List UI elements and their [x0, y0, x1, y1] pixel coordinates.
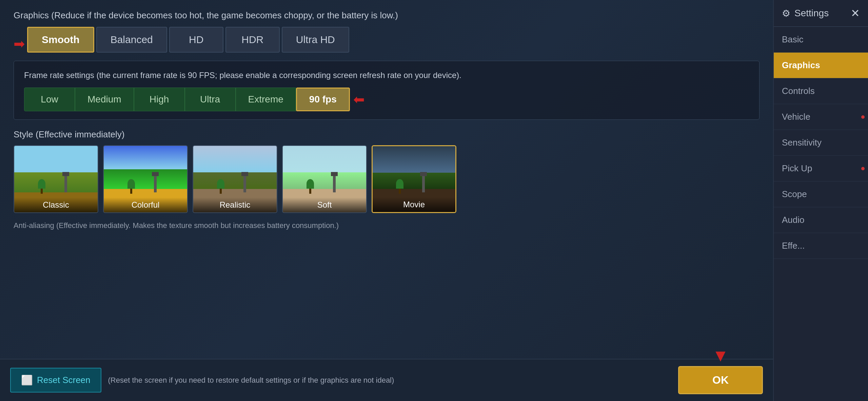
ok-button[interactable]: OK — [678, 366, 763, 394]
sidebar-item-vehicle[interactable]: Vehicle — [774, 104, 868, 130]
movie-label: Movie — [373, 197, 455, 212]
sidebar-item-effects[interactable]: Effe... — [774, 233, 868, 259]
sidebar-item-graphics[interactable]: Graphics — [774, 53, 868, 78]
sidebar-item-basic-label: Basic — [782, 34, 804, 44]
sidebar-item-scope[interactable]: Scope — [774, 182, 868, 207]
movie-tower — [422, 175, 425, 192]
reset-screen-button[interactable]: ⬜ Reset Screen — [10, 368, 101, 393]
fps-arrow-indicator: ⬅ — [353, 92, 365, 107]
framerate-note: Frame rate settings (the current frame r… — [24, 69, 749, 81]
pickup-dot-indicator — [861, 167, 865, 170]
quality-balanced-btn[interactable]: Balanced — [96, 27, 167, 53]
style-movie-card[interactable]: Movie — [372, 145, 456, 213]
vehicle-dot-indicator — [861, 115, 865, 119]
sidebar-item-controls-label: Controls — [782, 86, 815, 96]
ok-arrow-indicator: ▼ — [712, 346, 729, 365]
quality-hd-btn[interactable]: HD — [169, 27, 223, 53]
anti-alias-note: Anti-aliasing (Effective immediately. Ma… — [14, 221, 760, 230]
fps-medium-btn[interactable]: Medium — [75, 88, 134, 111]
quality-row: Smooth Balanced HD HDR Ultra HD — [27, 27, 349, 53]
classic-tower — [64, 175, 67, 192]
main-content: Graphics (Reduce if the device becomes t… — [0, 0, 773, 401]
sidebar-item-scope-label: Scope — [782, 189, 807, 199]
reset-description: (Reset the screen if you need to restore… — [108, 376, 671, 385]
close-button[interactable]: ✕ — [851, 7, 860, 20]
quality-smooth-btn[interactable]: Smooth — [27, 27, 94, 53]
fps-row: Low Medium High Ultra Extreme 90 fps — [24, 88, 350, 111]
quality-hdr-btn[interactable]: HDR — [225, 27, 280, 53]
framerate-section: Frame rate settings (the current frame r… — [14, 61, 760, 120]
style-classic-card[interactable]: Classic — [14, 145, 98, 213]
sidebar-header: ⚙ Settings ✕ — [774, 0, 868, 27]
style-title: Style (Effective immediately) — [14, 129, 760, 140]
classic-label: Classic — [14, 197, 98, 212]
sidebar-item-audio-label: Audio — [782, 215, 805, 225]
sidebar-item-effects-label: Effe... — [782, 241, 805, 251]
gear-icon: ⚙ — [782, 8, 790, 19]
sidebar-item-sensitivity[interactable]: Sensitivity — [774, 130, 868, 156]
sidebar-item-audio[interactable]: Audio — [774, 207, 868, 233]
ok-btn-container: ▼ OK — [678, 366, 763, 394]
style-section: Style (Effective immediately) Classic Co… — [14, 129, 760, 213]
fps-90-btn[interactable]: 90 fps — [296, 88, 350, 111]
colorful-label: Colorful — [104, 197, 187, 212]
fps-ultra-btn[interactable]: Ultra — [185, 88, 236, 111]
sidebar-item-pickup-label: Pick Up — [782, 163, 812, 173]
graphics-note: Graphics (Reduce if the device becomes t… — [14, 10, 760, 21]
soft-tower — [333, 175, 336, 192]
sidebar-item-vehicle-label: Vehicle — [782, 112, 810, 122]
colorful-tower — [154, 175, 157, 192]
reset-btn-label: Reset Screen — [37, 375, 91, 385]
fps-low-btn[interactable]: Low — [24, 88, 75, 111]
sidebar-item-sensitivity-label: Sensitivity — [782, 137, 822, 148]
style-colorful-card[interactable]: Colorful — [103, 145, 188, 213]
reset-icon: ⬜ — [21, 375, 33, 386]
sidebar-item-graphics-label: Graphics — [782, 60, 820, 70]
fps-high-btn[interactable]: High — [134, 88, 185, 111]
style-realistic-card[interactable]: Realistic — [193, 145, 277, 213]
quality-row-wrapper: ➡ Smooth Balanced HD HDR Ultra HD — [14, 27, 760, 61]
style-cards: Classic Colorful Realistic — [14, 145, 760, 213]
fps-row-wrapper: Low Medium High Ultra Extreme 90 fps ⬅ — [24, 88, 749, 111]
soft-label: Soft — [283, 197, 366, 212]
sidebar-item-pickup[interactable]: Pick Up — [774, 156, 868, 182]
sidebar-item-basic[interactable]: Basic — [774, 27, 868, 53]
sidebar: ⚙ Settings ✕ Basic Graphics Controls Veh… — [773, 0, 868, 401]
quality-arrow-indicator: ➡ — [14, 36, 25, 52]
quality-ultrahd-btn[interactable]: Ultra HD — [282, 27, 349, 53]
fps-extreme-btn[interactable]: Extreme — [236, 88, 296, 111]
realistic-tower — [243, 175, 246, 192]
settings-title: ⚙ Settings — [782, 8, 829, 19]
style-soft-card[interactable]: Soft — [282, 145, 367, 213]
sidebar-item-controls[interactable]: Controls — [774, 78, 868, 104]
settings-label: Settings — [794, 8, 829, 19]
bottom-bar: ⬜ Reset Screen (Reset the screen if you … — [0, 359, 773, 401]
realistic-label: Realistic — [193, 197, 277, 212]
